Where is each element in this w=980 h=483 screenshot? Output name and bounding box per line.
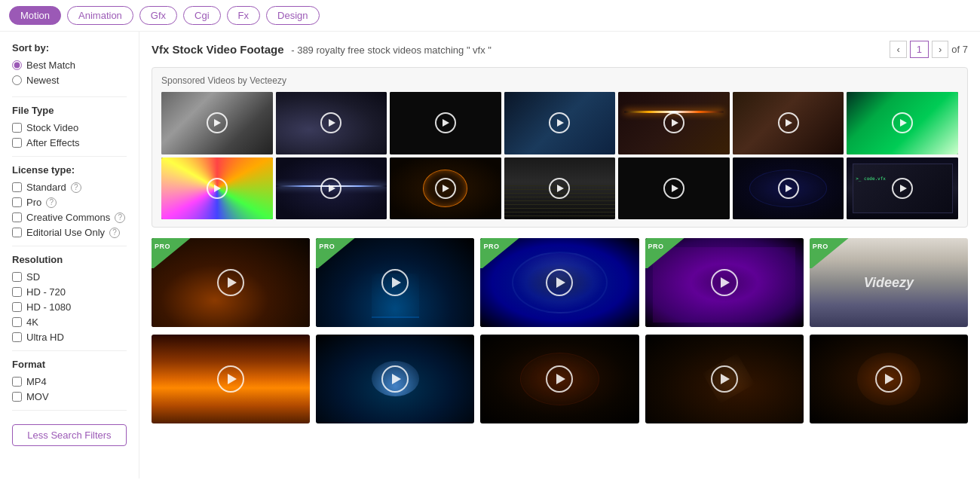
license-type-title: License type: <box>12 164 127 176</box>
file-type-stock-video[interactable]: Stock Video <box>12 122 127 133</box>
sort-newest-label: Newest <box>26 75 59 86</box>
top-nav: Motion Animation Gfx Cgi Fx Design <box>0 0 980 32</box>
license-editorial-label: Editorial Use Only <box>26 227 105 238</box>
resolution-title: Resolution <box>12 254 127 265</box>
license-creative-commons[interactable]: Creative Commons ? <box>12 212 127 223</box>
divider-1 <box>12 96 127 97</box>
nav-tab-animation[interactable]: Animation <box>67 6 133 25</box>
format-mov[interactable]: MOV <box>12 391 127 402</box>
res-sd[interactable]: SD <box>12 271 127 283</box>
sponsored-thumb-6[interactable] <box>733 92 844 154</box>
res-ultra-hd[interactable]: Ultra HD <box>12 332 127 343</box>
license-pro-label: Pro <box>26 197 41 208</box>
page-next-button[interactable]: › <box>932 41 948 58</box>
file-type-title: File Type <box>12 105 127 116</box>
sponsored-thumb-13[interactable] <box>733 157 844 220</box>
sponsored-thumb-8[interactable] <box>161 157 273 220</box>
nav-tab-design[interactable]: Design <box>266 6 319 25</box>
video-thumb-2[interactable]: PRO <box>316 238 474 327</box>
file-type-after-effects[interactable]: After Effects <box>12 137 127 148</box>
license-pro[interactable]: Pro ? <box>12 197 127 208</box>
nav-tab-fx[interactable]: Fx <box>227 6 260 25</box>
divider-3 <box>12 246 127 246</box>
file-type-after-effects-label: After Effects <box>26 137 80 148</box>
res-4k[interactable]: 4K <box>12 316 127 328</box>
divider-2 <box>12 156 127 157</box>
sidebar: Sort by: Best Match Newest File Type Sto… <box>0 32 139 478</box>
content-area: Vfx Stock Video Footage - 389 royalty fr… <box>139 32 980 478</box>
format-title: Format <box>12 359 127 370</box>
page-current: 1 <box>910 41 929 58</box>
sponsored-label: Sponsored Videos by Vecteezy <box>161 75 958 86</box>
sort-best-match-label: Best Match <box>26 60 75 71</box>
sort-best-match[interactable]: Best Match <box>12 60 127 71</box>
main-video-grid-row2 <box>152 335 968 423</box>
page-title: Vfx Stock Video Footage <box>152 43 284 56</box>
video-thumb-1[interactable]: PRO <box>152 238 310 327</box>
sponsored-thumb-5[interactable] <box>618 92 730 154</box>
format-mp4-label: MP4 <box>26 376 47 387</box>
sponsored-grid-row1 <box>161 92 958 154</box>
result-count: - 389 royalty free stock videos matching… <box>291 44 492 56</box>
res-4k-label: 4K <box>26 316 38 328</box>
cc-help-icon[interactable]: ? <box>115 212 125 223</box>
nav-tab-gfx[interactable]: Gfx <box>139 6 177 25</box>
video-thumb-3[interactable]: PRO <box>480 238 639 327</box>
license-standard-label: Standard <box>26 182 66 193</box>
editorial-help-icon[interactable]: ? <box>109 228 120 238</box>
sponsored-thumb-9[interactable] <box>276 157 387 220</box>
pagination: ‹ 1 › of 7 <box>890 41 968 58</box>
divider-4 <box>12 350 127 351</box>
video-thumb-9[interactable] <box>645 335 804 423</box>
video-thumb-10[interactable] <box>810 335 968 423</box>
content-title-area: Vfx Stock Video Footage - 389 royalty fr… <box>152 43 492 56</box>
nav-tab-cgi[interactable]: Cgi <box>183 6 221 25</box>
res-ultra-hd-label: Ultra HD <box>26 332 64 343</box>
sponsored-thumb-3[interactable] <box>390 92 501 154</box>
format-mp4[interactable]: MP4 <box>12 376 127 387</box>
license-editorial[interactable]: Editorial Use Only ? <box>12 227 127 238</box>
page-prev-button[interactable]: ‹ <box>890 41 906 58</box>
sponsored-grid-row2: >_ code.vfx <box>161 157 958 220</box>
format-mov-label: MOV <box>26 391 49 402</box>
file-type-stock-video-label: Stock Video <box>26 122 78 133</box>
video-thumb-8[interactable] <box>480 335 639 423</box>
main-video-grid-row1: PRO PRO <box>152 238 968 327</box>
video-thumb-6[interactable] <box>152 335 310 423</box>
res-sd-label: SD <box>26 271 40 283</box>
res-hd720[interactable]: HD - 720 <box>12 286 127 298</box>
videezy-watermark: Videezy <box>864 275 914 291</box>
nav-tab-motion[interactable]: Motion <box>9 6 61 25</box>
page-total: of 7 <box>951 44 968 55</box>
license-standard[interactable]: Standard ? <box>12 182 127 193</box>
sort-radio-group: Best Match Newest <box>12 60 127 86</box>
license-cc-label: Creative Commons <box>26 212 110 223</box>
pro-help-icon[interactable]: ? <box>46 197 57 208</box>
res-hd1080[interactable]: HD - 1080 <box>12 301 127 313</box>
main-layout: Sort by: Best Match Newest File Type Sto… <box>0 32 980 478</box>
sponsored-thumb-11[interactable] <box>504 157 616 220</box>
video-thumb-7[interactable] <box>316 335 474 423</box>
video-thumb-5[interactable]: PRO Videezy <box>810 238 968 327</box>
res-hd720-label: HD - 720 <box>26 286 66 298</box>
video-thumb-4[interactable]: PRO <box>645 238 804 327</box>
sponsored-thumb-1[interactable] <box>161 92 273 154</box>
content-header: Vfx Stock Video Footage - 389 royalty fr… <box>152 41 968 58</box>
divider-5 <box>12 410 127 411</box>
sort-newest[interactable]: Newest <box>12 75 127 86</box>
sponsored-thumb-7[interactable] <box>847 92 958 154</box>
res-hd1080-label: HD - 1080 <box>26 301 71 313</box>
sponsored-thumb-14[interactable]: >_ code.vfx <box>847 157 958 220</box>
sponsored-box: Sponsored Videos by Vecteezy <box>152 67 968 228</box>
sponsored-thumb-12[interactable] <box>618 157 730 220</box>
less-filters-button[interactable]: Less Search Filters <box>12 424 127 446</box>
sort-by-title: Sort by: <box>12 42 127 53</box>
sponsored-thumb-4[interactable] <box>504 92 616 154</box>
standard-help-icon[interactable]: ? <box>71 182 81 193</box>
sponsored-thumb-10[interactable] <box>390 157 501 220</box>
sponsored-thumb-2[interactable] <box>276 92 387 154</box>
